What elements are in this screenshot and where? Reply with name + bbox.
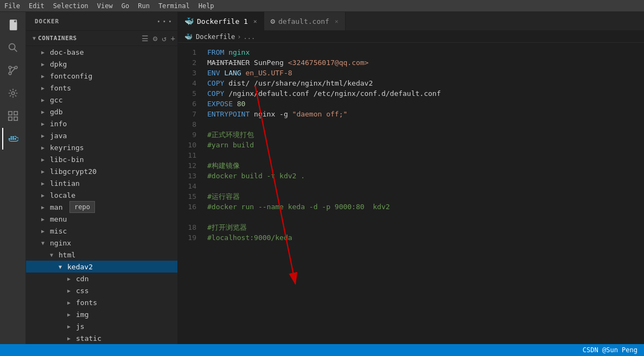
tree-item-info[interactable]: ▶ info	[26, 118, 177, 130]
refresh-icon[interactable]: ↺	[162, 34, 166, 43]
menu-run[interactable]: Run	[138, 2, 150, 10]
code-line-12: #构建镜像	[207, 160, 644, 171]
tree-item-img[interactable]: ▶ img	[26, 308, 177, 320]
tree-item-cdn[interactable]: ▶ cdn	[26, 273, 177, 284]
editor-area: 🐳 Dockerfile 1 ✕ ⚙ default.conf ✕ 🐳 Dock…	[178, 12, 644, 344]
tree-item-fonts-sub[interactable]: ▶ fonts	[26, 296, 177, 308]
more-actions-icon[interactable]: ···	[156, 16, 173, 27]
line-num: 9	[178, 130, 196, 140]
status-bar: CSDN @Sun Peng	[0, 344, 644, 356]
menu-help[interactable]: Help	[199, 2, 214, 10]
chevron-right-icon: ▶	[41, 61, 48, 67]
tree-item-fontconfig[interactable]: ▶ fontconfig	[26, 70, 177, 82]
docker-sidebar: DOCKER ··· ▼ CONTAINERS ☰ ⚙ ↺ + ▶	[26, 12, 178, 344]
tab-defaultconf[interactable]: ⚙ default.conf ✕	[264, 12, 346, 30]
code-line-17	[207, 212, 644, 222]
tree-item-static[interactable]: ▶ static	[26, 332, 177, 344]
docker-panel-title: DOCKER	[35, 18, 59, 25]
item-label: libgcrypt20	[50, 167, 97, 176]
code-line-6: EXPOSE 80	[207, 99, 644, 109]
tab-bar: 🐳 Dockerfile 1 ✕ ⚙ default.conf ✕	[178, 12, 644, 31]
item-label: locale	[50, 191, 75, 199]
tab-dockerfile[interactable]: 🐳 Dockerfile 1 ✕	[178, 12, 264, 30]
close-icon[interactable]: ✕	[335, 18, 339, 25]
item-label: fonts	[76, 299, 97, 307]
tree-item-gcc[interactable]: ▶ gcc	[26, 94, 177, 106]
containers-section-header: ▼ CONTAINERS ☰ ⚙ ↺ +	[26, 31, 177, 46]
menu-terminal[interactable]: Terminal	[158, 2, 190, 10]
code-line-2: MAINTAINER SunPeng <3246756017@qq.com>	[207, 57, 644, 68]
tree-container[interactable]: ▶ doc-base ▶ dpkg ▶ fontconfig ▶ fonts ▶	[26, 46, 177, 344]
line-num: 4	[178, 78, 196, 88]
tree-item-lintian[interactable]: ▶ lintian	[26, 177, 177, 189]
line-numbers: 1 2 3 4 5 6 7 8 9 10 11 12 13 14 15 16 1	[178, 43, 205, 344]
menu-view[interactable]: View	[97, 2, 113, 10]
chevron-right-icon: ▶	[67, 335, 74, 341]
tree-item-dpkg[interactable]: ▶ dpkg	[26, 58, 177, 70]
svg-rect-12	[14, 112, 17, 115]
svg-line-6	[14, 49, 17, 51]
tree-item-css[interactable]: ▶ css	[26, 284, 177, 296]
svg-rect-20	[10, 136, 12, 138]
item-label: gdb	[50, 108, 62, 116]
top-menubar: File Edit Selection View Go Run Terminal…	[0, 0, 644, 12]
activity-icon-search[interactable]	[2, 37, 24, 59]
code-line-4: COPY dist/ /usr/share/nginx/html/kedav2	[207, 78, 644, 88]
tree-item-man[interactable]: ▶ man repo	[26, 201, 177, 213]
tab-label: default.conf	[278, 17, 329, 25]
docker-panel-header: DOCKER ···	[26, 12, 177, 31]
activity-icon-extensions[interactable]	[2, 105, 24, 127]
tree-item-js[interactable]: ▶ js	[26, 320, 177, 332]
svg-rect-11	[8, 112, 11, 115]
menu-edit[interactable]: Edit	[29, 2, 44, 10]
tree-item-menu[interactable]: ▶ menu	[26, 213, 177, 225]
chevron-down-icon: ▼	[41, 240, 48, 246]
item-label: keyrings	[50, 144, 84, 152]
menu-selection[interactable]: Selection	[53, 2, 88, 10]
chevron-right-icon: ▶	[41, 192, 48, 198]
tree-item-fonts[interactable]: ▶ fonts	[26, 82, 177, 94]
activity-icon-debug[interactable]	[2, 82, 24, 104]
status-text: CSDN @Sun Peng	[583, 346, 637, 354]
item-label: libc-bin	[50, 156, 84, 164]
chevron-right-icon: ▶	[41, 85, 48, 91]
tree-item-java[interactable]: ▶ java	[26, 130, 177, 141]
item-label: info	[50, 120, 67, 128]
activity-icon-files[interactable]	[2, 14, 24, 36]
tree-item-doc-base[interactable]: ▶ doc-base	[26, 46, 177, 58]
code-line-10: #yarn build	[207, 140, 644, 150]
line-num: 18	[178, 222, 196, 232]
add-icon[interactable]: +	[171, 34, 175, 43]
tree-item-libgcrypt20[interactable]: ▶ libgcrypt20	[26, 165, 177, 177]
close-icon[interactable]: ✕	[253, 18, 257, 25]
chevron-right-icon: ▶	[67, 323, 74, 329]
code-line-13: #docker build -t kdv2 .	[207, 171, 644, 181]
code-content[interactable]: FROM nginx MAINTAINER SunPeng <324675601…	[205, 43, 644, 344]
tree-item-kedav2[interactable]: ▼ kedav2	[26, 261, 177, 273]
tree-item-misc[interactable]: ▶ misc	[26, 225, 177, 237]
breadcrumb-text: Dockerfile	[196, 33, 235, 41]
tree-item-nginx[interactable]: ▼ nginx	[26, 237, 177, 249]
list-icon[interactable]: ☰	[142, 34, 149, 43]
line-num: 7	[178, 109, 196, 119]
code-editor[interactable]: 1 2 3 4 5 6 7 8 9 10 11 12 13 14 15 16 1	[178, 43, 644, 344]
activity-icon-source-control[interactable]	[2, 60, 24, 81]
tree-item-keyrings[interactable]: ▶ keyrings	[26, 141, 177, 153]
menu-go[interactable]: Go	[122, 2, 129, 10]
item-label: kedav2	[67, 263, 93, 271]
settings-icon[interactable]: ⚙	[153, 34, 157, 43]
svg-point-9	[9, 66, 11, 69]
tree-item-locale[interactable]: ▶ locale	[26, 189, 177, 201]
item-label: java	[50, 132, 67, 140]
tree-item-html[interactable]: ▼ html	[26, 249, 177, 261]
line-num: 15	[178, 191, 196, 202]
breadcrumb: 🐳 Dockerfile › ...	[178, 31, 644, 43]
svg-rect-19	[14, 138, 16, 140]
chevron-right-icon: ▶	[67, 300, 74, 306]
tree-item-gdb[interactable]: ▶ gdb	[26, 106, 177, 118]
chevron-down-icon: ▼	[50, 252, 56, 258]
tree-item-libc-bin[interactable]: ▶ libc-bin	[26, 153, 177, 165]
activity-icon-docker[interactable]	[2, 128, 24, 150]
menu-file[interactable]: File	[4, 2, 20, 10]
containers-chevron[interactable]: ▼	[33, 35, 36, 41]
